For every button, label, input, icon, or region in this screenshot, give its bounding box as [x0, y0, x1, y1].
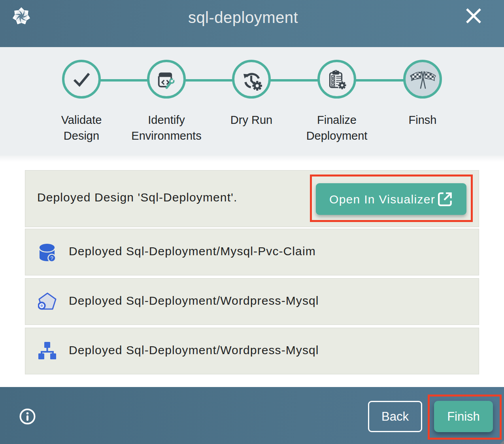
svg-text:?: ? [50, 255, 53, 261]
